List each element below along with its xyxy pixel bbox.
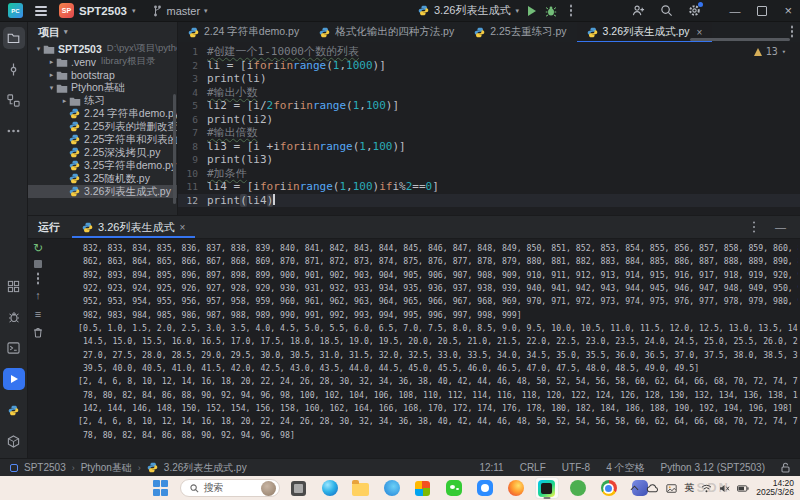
code-line[interactable]: 10#加条件	[178, 167, 800, 181]
taskbar-app-firefox[interactable]	[504, 477, 528, 499]
battery-icon[interactable]	[737, 485, 749, 492]
code-line[interactable]: 2li = [i for i in range(1,1000)]	[178, 59, 800, 73]
tree-chevron-icon[interactable]: ▾	[47, 84, 56, 92]
tree-item[interactable]: ▾SPT2503D:\pyx\项目\python\myflask	[28, 42, 177, 55]
code-line[interactable]: 3print(li)	[178, 72, 800, 86]
code-line[interactable]: 8li3 = [i +i for i in range(1,100)]	[178, 140, 800, 154]
tool-structure-button[interactable]	[3, 89, 25, 111]
breadcrumb-project[interactable]: SPT2503	[24, 462, 66, 473]
wifi-icon[interactable]	[701, 484, 712, 493]
hide-panel-button[interactable]: —	[775, 221, 786, 233]
taskbar-app-explorer[interactable]	[349, 477, 373, 499]
tool-python-console-button[interactable]	[3, 399, 25, 421]
run-tab[interactable]: 3.26列表生成式 ×	[72, 216, 195, 238]
minimize-button[interactable]: —	[729, 5, 740, 17]
code-line[interactable]: 11li4 = [i for i in range(1,100) if i%2 …	[178, 180, 800, 194]
code-line[interactable]: 1#创建一个1-10000个数的列表	[178, 45, 800, 59]
more-actions-icon[interactable]	[570, 9, 573, 12]
tool-services-button[interactable]	[3, 430, 25, 452]
code-with-me-icon[interactable]	[632, 4, 645, 17]
debug-button[interactable]	[545, 5, 557, 17]
taskbar-app-edge[interactable]	[318, 477, 342, 499]
taskbar-app-wechat[interactable]	[442, 477, 466, 499]
tree-item[interactable]: ▾Ptyhon基础	[28, 81, 177, 94]
ime-indicator[interactable]: 英	[684, 481, 694, 495]
tree-item[interactable]: 2.25列表的增删改查.py	[28, 120, 177, 133]
indent-style[interactable]: 4 个空格	[606, 461, 644, 475]
taskbar-app-browser[interactable]	[380, 477, 404, 499]
run-options-icon[interactable]	[753, 226, 756, 229]
stop-button[interactable]	[34, 260, 42, 268]
code-line[interactable]: 9print(li3)	[178, 153, 800, 167]
taskbar-app-task-view[interactable]	[287, 477, 311, 499]
code-editor[interactable]: 1#创建一个1-10000个数的列表2li = [i for i in rang…	[178, 42, 800, 215]
project-tree-scrollbar[interactable]	[173, 94, 176, 204]
console-more-icon[interactable]	[37, 277, 40, 280]
breadcrumb-folder[interactable]: Ptyhon基础	[81, 461, 132, 475]
tree-item[interactable]: 3.26列表生成式.py	[28, 185, 177, 198]
tree-item[interactable]: 3.25随机数.py	[28, 172, 177, 185]
line-separator[interactable]: CRLF	[520, 462, 546, 473]
python-interpreter[interactable]: Python 3.12 (SPT2503)	[660, 462, 765, 473]
cloud-icon[interactable]	[646, 484, 659, 493]
tab-options-icon[interactable]	[791, 30, 794, 33]
vcs-branch-widget[interactable]: master ▾	[153, 5, 207, 17]
taskbar-app-meeting[interactable]	[473, 477, 497, 499]
tree-item[interactable]: ▸练习	[28, 94, 177, 107]
close-button[interactable]: ×	[784, 3, 792, 18]
tabbar-scrollbar[interactable]	[690, 38, 790, 41]
tree-item[interactable]: 3.25字符串demo.py	[28, 159, 177, 172]
editor-tab[interactable]: 2.24 字符串demo.py	[178, 22, 309, 42]
lock-icon[interactable]	[781, 462, 790, 473]
close-icon[interactable]: ×	[179, 222, 185, 233]
chevron-up-icon[interactable]	[630, 485, 639, 491]
tool-terminal-button[interactable]	[3, 337, 25, 359]
start-button[interactable]	[149, 477, 173, 499]
tool-run-button[interactable]	[3, 368, 25, 390]
taskbar-search[interactable]: 搜索	[180, 479, 280, 497]
rerun-button[interactable]: ↻	[33, 243, 43, 253]
soft-wrap-icon[interactable]: ≡	[35, 308, 41, 320]
code-line[interactable]: 6print(li2)	[178, 113, 800, 127]
tree-item[interactable]: 2.25深浅拷贝.py	[28, 146, 177, 159]
taskbar-clock[interactable]: 14:20 2025/3/26	[756, 479, 794, 498]
taskbar-app-app-green[interactable]	[566, 477, 590, 499]
file-encoding[interactable]: UTF-8	[562, 462, 590, 473]
code-line[interactable]: 7#输出倍数	[178, 126, 800, 140]
code-line[interactable]: 5li2 = [i/2 for i in range(1,100)]	[178, 99, 800, 113]
project-panel-header[interactable]: 项目 ▾	[28, 22, 177, 42]
project-widget[interactable]: SP SPT2503 ▾	[59, 3, 135, 18]
taskbar-app-store[interactable]	[411, 477, 435, 499]
editor-tab[interactable]: 格式化输出的四种方法.py	[309, 22, 464, 42]
breadcrumb-file[interactable]: 3.26列表生成式.py	[164, 461, 247, 475]
tool-packages-button[interactable]	[3, 275, 25, 297]
more-tool-windows-icon[interactable]	[3, 120, 25, 142]
tool-project-button[interactable]	[3, 27, 25, 49]
taskbar-app-pycharm[interactable]	[535, 477, 559, 499]
run-button[interactable]	[528, 6, 536, 16]
maximize-button[interactable]	[757, 6, 767, 16]
tree-item[interactable]: ▸.venvlibrary根目录	[28, 55, 177, 68]
caret-position[interactable]: 12:11	[479, 462, 503, 473]
clear-console-icon[interactable]	[33, 327, 43, 338]
tree-chevron-icon[interactable]: ▾	[34, 45, 43, 53]
tree-chevron-icon[interactable]: ▸	[47, 71, 56, 79]
volume-icon[interactable]	[719, 484, 730, 493]
tool-commit-button[interactable]	[3, 58, 25, 80]
scroll-up-icon[interactable]: ↑	[35, 289, 41, 301]
code-line[interactable]: 12print(li4)	[178, 194, 800, 208]
code-line[interactable]: 4#输出小数	[178, 86, 800, 100]
tree-item[interactable]: 2.24 字符串demo.py	[28, 107, 177, 120]
taskbar-app-chrome[interactable]	[597, 477, 621, 499]
tool-debug-button[interactable]	[3, 306, 25, 328]
image-icon[interactable]	[666, 484, 677, 493]
tree-chevron-icon[interactable]: ▸	[60, 97, 69, 105]
tree-item[interactable]: 2.25字符串和列表的转换.py	[28, 133, 177, 146]
editor-tab[interactable]: 2.25去重练习.py	[464, 22, 576, 42]
tree-item[interactable]: ▸bootstrap	[28, 68, 177, 81]
console-output[interactable]: 832, 833, 834, 835, 836, 837, 838, 839, …	[78, 242, 798, 459]
search-everywhere-icon[interactable]	[660, 4, 673, 17]
main-menu-icon[interactable]	[35, 10, 47, 12]
run-config-selector[interactable]: 3.26列表生成式 ▾	[418, 3, 519, 18]
settings-button[interactable]	[688, 4, 701, 17]
